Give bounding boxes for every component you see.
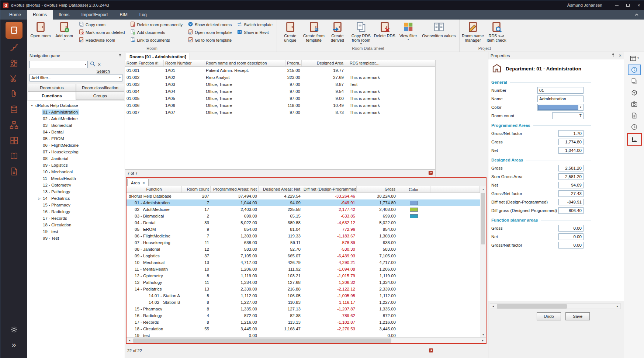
- database-icon[interactable]: [4, 102, 24, 117]
- table-row[interactable]: 16 - Radiology4872.0082.38-789.62872.00: [127, 312, 480, 319]
- save-button[interactable]: Save: [565, 312, 590, 320]
- table-row[interactable]: 01.0021A02Rmo Analyst323.0027.69This is …: [125, 74, 435, 81]
- units-icon[interactable]: [4, 133, 24, 148]
- column-header-color[interactable]: Color: [397, 186, 430, 192]
- rooms-icon[interactable]: [6, 22, 22, 39]
- close-button[interactable]: ×: [633, 0, 644, 10]
- column-header-room-name-and-room-description[interactable]: Room name and room description: [204, 60, 285, 66]
- table-row[interactable]: 04 - Dental335,022.00389.88-4,632.125,02…: [127, 219, 480, 226]
- minimize-button[interactable]: [611, 0, 622, 10]
- pin-icon[interactable]: [118, 53, 122, 59]
- link-to-documents-button[interactable]: Link to documents: [128, 36, 184, 44]
- expand-icon[interactable]: »: [4, 338, 24, 352]
- functions-icon[interactable]: [4, 40, 24, 55]
- table-row[interactable]: 01.0031A03Office, Tricare97.008.87Test: [125, 81, 435, 88]
- switch-template-button[interactable]: Switch template: [235, 21, 274, 28]
- open-room-template-button[interactable]: Open room template: [186, 28, 233, 36]
- show-deleted-rooms-button[interactable]: Show deleted rooms: [186, 21, 233, 28]
- field-input[interactable]: 0.00: [558, 233, 584, 240]
- view-filter-button[interactable]: View filter▾: [397, 20, 420, 45]
- undo-button[interactable]: Undo: [537, 312, 561, 320]
- settings-icon[interactable]: [4, 322, 24, 337]
- scrollbar-thumb[interactable]: [497, 304, 567, 309]
- tree-item[interactable]: 06 - FlightMedicine: [27, 142, 125, 149]
- image-icon[interactable]: [628, 99, 641, 109]
- field-input[interactable]: Administration: [537, 95, 584, 102]
- tree-item[interactable]: 02 - AdultMedicine: [27, 115, 125, 122]
- nav-tab-functions[interactable]: Functions: [28, 92, 76, 100]
- field-input[interactable]: 0.00: [558, 242, 584, 248]
- field-input[interactable]: -949.91: [558, 199, 584, 205]
- document-icon[interactable]: [628, 110, 641, 121]
- table-row[interactable]: 01 - Administration71,044.0094.09-949.91…: [127, 199, 480, 206]
- tree-item[interactable]: 09 - Logistics: [27, 162, 125, 168]
- tree-item[interactable]: 01 - Administration: [27, 109, 125, 115]
- scroll-down-icon[interactable]: ▾: [480, 331, 486, 337]
- create-unique-button[interactable]: Create unique: [278, 20, 302, 45]
- history-icon[interactable]: [628, 122, 641, 132]
- pin-icon[interactable]: [611, 53, 616, 58]
- create-derived-button[interactable]: Create derived: [326, 20, 349, 45]
- tab-rooms[interactable]: Rooms [01 - Administration]: [126, 53, 190, 60]
- horizontal-scrollbar[interactable]: ◂ ▸: [127, 337, 486, 343]
- tree-item[interactable]: 03 - Biomedical: [27, 122, 125, 129]
- column-header-rds-template[interactable]: RDS template:...: [345, 60, 435, 66]
- scroll-right-icon[interactable]: ▸: [614, 303, 620, 309]
- field-input[interactable]: 2,581.20: [558, 173, 584, 180]
- tree-item[interactable]: 13 - Pathology: [27, 188, 125, 195]
- nav-tab-room-classification[interactable]: Room classification: [76, 84, 124, 92]
- tree-item[interactable]: 10 - Mechanical: [27, 168, 125, 175]
- overwritten-values-button[interactable]: Overwritten values: [420, 20, 458, 45]
- column-header-room-count[interactable]: Room count: [182, 186, 211, 192]
- table-row[interactable]: dRofus Help Database28737,494.004,229.54…: [127, 193, 480, 199]
- table-row[interactable]: 18 - Circulation553,445.001,168.47-2,276…: [127, 326, 480, 332]
- column-header-function[interactable]: Function: [127, 186, 182, 192]
- tree-item[interactable]: ▾dRofus Help Database: [27, 102, 125, 109]
- table-row[interactable]: 01.0041A04Office, Tricare97.009.54This i…: [125, 88, 435, 95]
- model-icon[interactable]: [628, 87, 641, 98]
- field-input[interactable]: 94.09: [558, 182, 584, 188]
- go-to-room-template-button[interactable]: Go to room template: [186, 36, 233, 44]
- table-row[interactable]: 19 - test0.000.00: [127, 332, 480, 337]
- horizontal-scrollbar[interactable]: ◂ ▸: [490, 303, 621, 309]
- tree-item[interactable]: 15 - Pharmacy: [27, 202, 125, 208]
- table-row[interactable]: 13 - Pathology111,334.00127.68-1,206.321…: [127, 279, 480, 286]
- tree-item[interactable]: ▷14 - Pediatrics: [27, 195, 125, 202]
- field-input[interactable]: 7: [552, 112, 584, 119]
- delete-room-permanently-button[interactable]: Delete room permanently: [128, 21, 184, 28]
- field-input[interactable]: 01: [537, 87, 584, 94]
- table-row[interactable]: 07 - Housekeeping11638.0059.11-578.89638…: [127, 239, 480, 246]
- add-room-button[interactable]: Add room▾: [52, 20, 76, 45]
- maximize-button[interactable]: [622, 0, 633, 10]
- field-input[interactable]: 1,774.80: [558, 139, 584, 145]
- tree-item[interactable]: 08 - Janitorial: [27, 155, 125, 162]
- table-row[interactable]: 01.0071A07Office, Tricare97.008.73This i…: [125, 109, 435, 116]
- area-icon[interactable]: [628, 134, 641, 145]
- field-input[interactable]: 27.43: [558, 190, 584, 197]
- tree-item[interactable]: 12 - Optometry: [27, 182, 125, 188]
- scroll-left-icon[interactable]: ◂: [490, 303, 496, 309]
- chevron-down-icon[interactable]: ▾: [85, 63, 86, 66]
- tree-item[interactable]: 04 - Dental: [27, 129, 125, 135]
- collapse-icon[interactable]: ▾: [30, 104, 34, 107]
- copy-room-button[interactable]: Copy room: [77, 21, 127, 28]
- menu-tab-home[interactable]: Home: [3, 10, 27, 20]
- field-input[interactable]: 806.40: [558, 207, 584, 214]
- systems-icon[interactable]: [4, 71, 24, 86]
- collapse-ribbon-icon[interactable]: [634, 10, 639, 20]
- catalog-icon[interactable]: [4, 149, 24, 163]
- tree-item[interactable]: 18 - Circulation: [27, 222, 125, 228]
- field-input[interactable]: 2,581.20: [558, 165, 584, 171]
- menu-tab-rooms[interactable]: Rooms: [27, 10, 53, 20]
- info-icon[interactable]: [628, 65, 641, 75]
- search-input[interactable]: ▾: [30, 61, 88, 68]
- tree-item[interactable]: 17 - Records: [27, 215, 125, 222]
- table-row[interactable]: 09 - Logistics377,105.00665.07-6,439.937…: [127, 253, 480, 259]
- table-row[interactable]: 14.01 - Station A51,112.00106.05-1,005.9…: [127, 292, 480, 299]
- table-row[interactable]: 10 - Mechanical134,717.00426.79-4,290.21…: [127, 259, 480, 266]
- mark-room-as-deleted-button[interactable]: Mark room as deleted: [77, 28, 127, 36]
- items-icon[interactable]: [4, 56, 24, 70]
- report-icon[interactable]: [429, 348, 433, 354]
- vertical-scrollbar[interactable]: ▴ ▾: [480, 186, 486, 337]
- tree-item[interactable]: 19 - test: [27, 228, 125, 235]
